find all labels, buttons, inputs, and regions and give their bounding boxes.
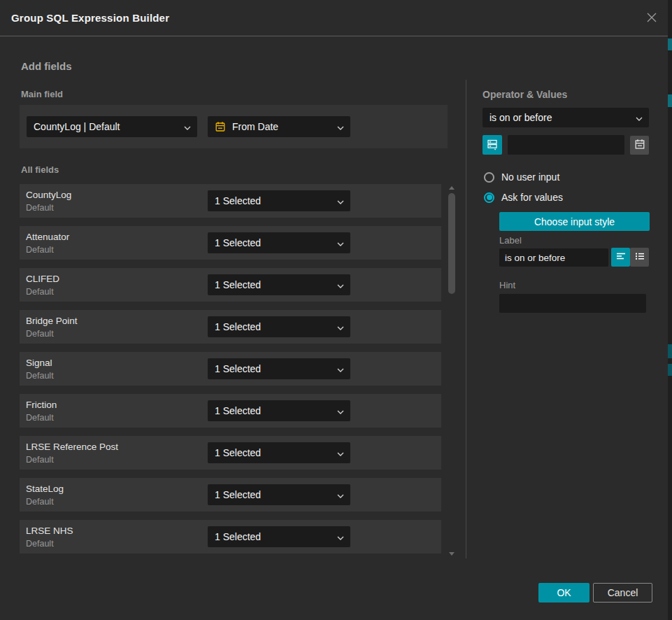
field-selected-dropdown[interactable]: 1 Selected (208, 484, 350, 505)
field-sublabel: Default (26, 413, 54, 423)
field-name: LRSE NHS (26, 526, 73, 536)
field-sublabel: Default (26, 455, 54, 465)
field-row: Friction Default 1 Selected (20, 394, 441, 428)
field-selected-value: 1 Selected (215, 363, 261, 374)
date-picker-button[interactable] (630, 136, 649, 155)
chevron-down-icon (337, 121, 344, 132)
hint-caption: Hint (499, 280, 515, 290)
field-selected-dropdown[interactable]: 1 Selected (208, 190, 350, 211)
bulleted-list-icon (634, 251, 645, 264)
group-sql-expression-builder-dialog: Group SQL Expression Builder Add fields … (0, 0, 668, 620)
field-row: LRSE NHS Default 1 Selected (20, 520, 441, 554)
panel-divider (466, 80, 466, 558)
field-selected-dropdown[interactable]: 1 Selected (208, 274, 350, 295)
field-sublabel: Default (26, 287, 54, 297)
chevron-down-icon (337, 195, 344, 206)
field-row: CLIFED Default 1 Selected (20, 268, 441, 302)
background-accent (668, 364, 672, 376)
radio-no-user-input[interactable]: No user input (484, 171, 559, 183)
field-row: Signal Default 1 Selected (20, 352, 441, 386)
field-name: CLIFED (26, 274, 59, 284)
main-field-select[interactable]: From Date (208, 116, 350, 137)
scrollbar-thumb[interactable] (448, 193, 455, 294)
chevron-down-icon (337, 489, 344, 500)
field-name: Friction (26, 400, 57, 410)
field-selected-value: 1 Selected (215, 195, 261, 206)
chevron-down-icon (337, 321, 344, 332)
chevron-down-icon (184, 121, 191, 132)
operator-values-heading: Operator & Values (482, 89, 567, 100)
field-selected-dropdown[interactable]: 1 Selected (208, 316, 350, 337)
field-name: LRSE Reference Post (26, 442, 118, 452)
field-row: StateLog Default 1 Selected (20, 478, 441, 512)
field-selected-value: 1 Selected (215, 321, 261, 332)
field-selected-value: 1 Selected (215, 237, 261, 248)
field-selected-value: 1 Selected (215, 531, 261, 542)
chevron-down-icon (337, 405, 344, 416)
close-button[interactable] (644, 10, 659, 26)
background-app-strip (668, 0, 672, 620)
date-field-calendar-icon (215, 121, 226, 132)
scrollbar-down-arrow[interactable] (449, 552, 455, 556)
chevron-down-icon (636, 112, 643, 123)
align-left-lines-icon (615, 251, 627, 264)
field-name: Signal (26, 358, 52, 368)
chevron-down-icon (337, 447, 344, 458)
ok-button[interactable]: OK (538, 583, 589, 603)
field-row: LRSE Reference Post Default 1 Selected (20, 436, 441, 470)
scrollbar-up-arrow[interactable] (449, 186, 455, 190)
radio-circle-selected-icon (484, 192, 494, 203)
hint-input[interactable] (499, 294, 646, 313)
single-value-style-button[interactable] (611, 248, 630, 267)
choose-input-style-button[interactable]: Choose input style (499, 212, 650, 231)
field-sublabel: Default (26, 497, 54, 507)
field-selected-dropdown[interactable]: 1 Selected (208, 232, 350, 253)
label-input[interactable] (499, 248, 608, 267)
list-style-button[interactable] (630, 248, 649, 267)
cancel-button[interactable]: Cancel (593, 583, 652, 603)
screen: Group SQL Expression Builder Add fields … (0, 0, 672, 620)
dialog-titlebar: Group SQL Expression Builder (0, 0, 668, 36)
field-selected-dropdown[interactable]: 1 Selected (208, 442, 350, 463)
field-row: Attenuator Default 1 Selected (20, 226, 441, 260)
field-sublabel: Default (26, 371, 54, 381)
chevron-down-icon (337, 279, 344, 290)
value-list-button[interactable] (482, 135, 502, 155)
value-date-input[interactable] (508, 135, 624, 155)
radio-ask-for-values-label: Ask for values (501, 192, 563, 203)
calendar-icon (634, 139, 645, 152)
radio-ask-for-values[interactable]: Ask for values (484, 192, 563, 203)
operator-select[interactable]: is on or before (482, 108, 649, 127)
background-accent (668, 344, 672, 358)
field-sublabel: Default (26, 329, 54, 339)
field-selected-value: 1 Selected (215, 489, 261, 500)
dialog-title: Group SQL Expression Builder (11, 0, 169, 36)
field-row: Bridge Point Default 1 Selected (20, 310, 441, 344)
field-selected-dropdown[interactable]: 1 Selected (208, 400, 350, 421)
field-sublabel: Default (26, 203, 54, 213)
radio-circle-icon (484, 172, 494, 183)
chevron-down-icon (337, 531, 344, 542)
field-selected-dropdown[interactable]: 1 Selected (208, 526, 350, 547)
background-accent (668, 94, 672, 107)
all-fields-list: CountyLog Default 1 Selected Attenuator … (20, 184, 441, 562)
main-field-container: CountyLog | Default From Date (20, 105, 448, 148)
stacked-list-icon (486, 138, 499, 153)
add-fields-heading: Add fields (21, 60, 72, 72)
operator-select-value: is on or before (489, 112, 552, 123)
close-icon (645, 11, 658, 26)
main-layer-select[interactable]: CountyLog | Default (27, 116, 197, 137)
field-selected-value: 1 Selected (215, 405, 261, 416)
main-field-select-value: From Date (232, 121, 278, 132)
field-selected-dropdown[interactable]: 1 Selected (208, 358, 350, 379)
radio-no-user-input-label: No user input (501, 171, 559, 183)
field-selected-value: 1 Selected (215, 447, 261, 458)
field-name: Attenuator (26, 232, 69, 242)
field-name: Bridge Point (26, 316, 78, 326)
field-selected-value: 1 Selected (215, 279, 261, 290)
background-accent (668, 38, 672, 50)
all-fields-label: All fields (21, 164, 59, 175)
field-row: CountyLog Default 1 Selected (20, 184, 441, 218)
label-caption: Label (499, 235, 522, 246)
field-sublabel: Default (26, 245, 54, 255)
